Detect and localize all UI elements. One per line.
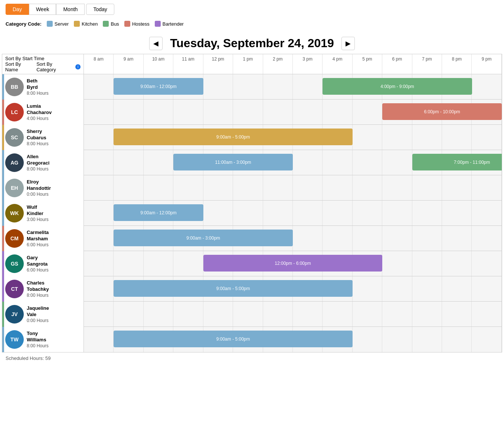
grid-cell	[173, 251, 203, 276]
grid-cell	[442, 125, 472, 150]
shift-block[interactable]: 9:00am - 5:00pm	[114, 280, 352, 297]
employee-name: TonyWilliams	[27, 331, 49, 343]
grid-cell	[323, 175, 352, 200]
timeline-row	[84, 302, 502, 327]
schedule-grid: BBBethByrd8:00 HoursLCLumiaChacharov4:00…	[2, 74, 502, 352]
time-header-cell: 8 pm	[442, 54, 472, 74]
grid-cell	[203, 201, 233, 225]
grid-cell	[323, 226, 352, 251]
scheduled-hours-text: Scheduled Hours: 59	[6, 355, 50, 361]
grid-cell	[203, 175, 233, 200]
grid-cell	[114, 100, 143, 124]
category-stripe	[2, 125, 4, 150]
grid-cell	[263, 175, 293, 200]
grid-cell	[203, 100, 233, 124]
grid-cell	[114, 251, 143, 276]
grid-cell	[114, 175, 143, 200]
shift-block[interactable]: 7:00pm - 11:00pm	[412, 154, 502, 170]
grid-cell	[263, 201, 293, 225]
nav-month-button[interactable]: Month	[56, 4, 85, 15]
grid-cell	[293, 74, 323, 99]
nav-today-button[interactable]: Today	[86, 4, 114, 15]
sort-start-time-link[interactable]: Sort By Start Time	[5, 56, 44, 61]
time-header-cell: 9 pm	[472, 54, 501, 74]
grid-cell	[442, 327, 472, 352]
cat-bartender-dot	[155, 21, 161, 27]
employee-details: TonyWilliams8:00 Hours	[27, 331, 49, 348]
grid-cell	[353, 150, 382, 175]
nav-day-button[interactable]: Day	[6, 4, 29, 15]
employee-row: GSGarySangrota6:00 Hours	[2, 251, 84, 276]
cat-server: Server	[47, 21, 69, 27]
timeline-row: 9:00am - 12:00pm	[84, 201, 502, 226]
grid-cell	[263, 100, 293, 124]
sort-row: Sort By Start Time Sort By Name Sort By …	[2, 54, 502, 74]
timeline-row	[84, 175, 502, 201]
grid-cell	[293, 302, 323, 326]
grid-cell	[472, 125, 501, 150]
time-header-cell: 2 pm	[263, 54, 293, 74]
shift-block[interactable]: 9:00am - 5:00pm	[114, 331, 352, 347]
cat-server-dot	[47, 21, 53, 27]
cat-hostess-dot	[124, 21, 130, 27]
grid-cell	[323, 302, 352, 326]
grid-cell	[263, 302, 293, 326]
grid-cell	[233, 100, 263, 124]
employee-name: SherryCubarus	[27, 129, 49, 141]
prev-date-button[interactable]: ◀	[149, 37, 163, 50]
category-bar: Category Code: Server Kitchen Bus Hostes…	[0, 19, 504, 29]
grid-cell	[382, 201, 412, 225]
top-nav: Day Week Month Today	[0, 0, 504, 19]
cat-bartender-label: Bartender	[163, 21, 184, 27]
shift-block[interactable]: 9:00am - 12:00pm	[114, 204, 203, 221]
shift-block[interactable]: 9:00am - 5:00pm	[114, 129, 352, 145]
time-header-row: 8 am9 am10 am11 am12 pm1 pm2 pm3 pm4 pm5…	[84, 54, 502, 74]
employee-row: EHElroyHansdottir0:00 Hours	[2, 175, 84, 201]
avatar: LC	[5, 103, 24, 121]
time-header-cell: 12 pm	[203, 54, 233, 74]
category-stripe	[2, 226, 4, 251]
employee-row: WKWulfKindler3:00 Hours	[2, 201, 84, 226]
grid-cell	[412, 302, 442, 326]
employee-row: LCLumiaChacharov4:00 Hours	[2, 100, 84, 125]
shift-block[interactable]: 4:00pm - 9:00pm	[323, 78, 472, 95]
shift-block[interactable]: 9:00am - 3:00pm	[114, 230, 293, 246]
grid-cell	[323, 150, 352, 175]
shift-block[interactable]: 12:00pm - 6:00pm	[203, 255, 383, 272]
employee-row: TWTonyWilliams8:00 Hours	[2, 327, 84, 352]
employee-row: CMCarmelitaMarsham6:00 Hours	[2, 226, 84, 251]
grid-cell	[382, 327, 412, 352]
grid-cell	[293, 100, 323, 124]
grid-cell	[84, 251, 114, 276]
employee-details: CharlesTobachky8:00 Hours	[27, 280, 49, 298]
cat-hostess-label: Hostess	[132, 21, 150, 27]
grid-cell	[353, 226, 382, 251]
employee-hours: 6:00 Hours	[27, 267, 49, 273]
grid-lines	[84, 175, 502, 200]
cat-kitchen-dot	[74, 21, 80, 27]
shift-block[interactable]: 6:00pm - 10:00pm	[382, 103, 502, 120]
nav-week-button[interactable]: Week	[29, 4, 56, 15]
grid-cell	[472, 302, 501, 326]
employee-name: ElroyHansdottir	[27, 179, 51, 192]
cat-bus: Bus	[103, 21, 119, 27]
shift-block[interactable]: 9:00am - 12:00pm	[114, 78, 203, 95]
grid-cell	[353, 327, 382, 352]
grid-cell	[233, 201, 263, 225]
avatar: GS	[5, 254, 24, 273]
employee-row: CTCharlesTobachky8:00 Hours	[2, 276, 84, 302]
employee-row: BBBethByrd8:00 Hours	[2, 74, 84, 100]
avatar: BB	[5, 78, 24, 96]
grid-cell	[263, 74, 293, 99]
cat-bus-dot	[103, 21, 109, 27]
shift-block[interactable]: 11:00am - 3:00pm	[173, 154, 293, 170]
sort-category-link[interactable]: Sort By Category	[36, 61, 73, 72]
employee-name: WulfKindler	[27, 204, 49, 217]
avatar: SC	[5, 128, 24, 147]
grid-cell	[293, 150, 323, 175]
avatar: EH	[5, 179, 24, 197]
next-date-button[interactable]: ▶	[341, 37, 355, 50]
employee-details: JaquelineVale0:00 Hours	[27, 305, 49, 323]
time-header-cell: 7 pm	[412, 54, 442, 74]
sort-name-link[interactable]: Sort By Name	[5, 61, 35, 72]
